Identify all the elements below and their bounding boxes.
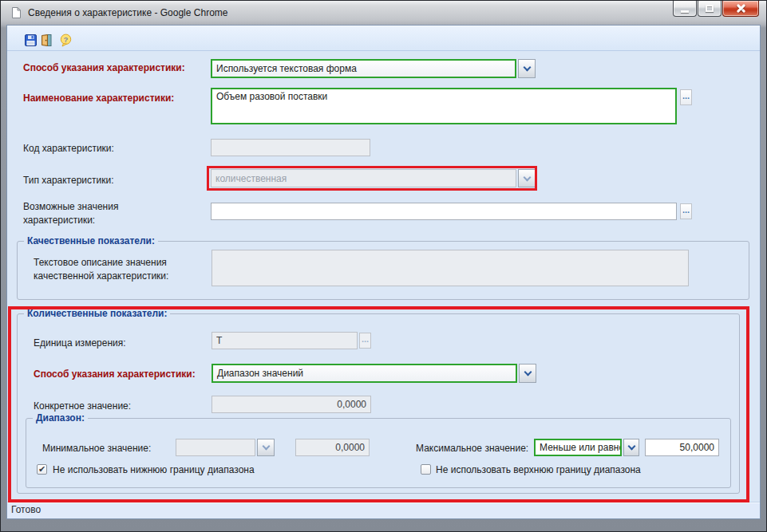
ellipsis-icon: ... <box>362 334 369 344</box>
exit-button[interactable] <box>38 32 54 48</box>
code-input <box>211 139 370 156</box>
quantitative-legend: Количественные показатели: <box>24 308 170 320</box>
help-icon: ? <box>59 33 73 47</box>
dialog-window: Сведения о характеристике - Google Chrom… <box>0 0 767 532</box>
no-lower-bound-checkbox[interactable] <box>37 464 47 475</box>
max-operator-select[interactable]: Меньше или равно <box>534 439 639 456</box>
code-label: Код характеристики: <box>23 142 114 156</box>
spec-method-dropdown-button[interactable] <box>518 59 536 78</box>
chevron-down-icon <box>523 64 531 72</box>
quantitative-spec-method-label: Способ указания характеристики: <box>34 368 196 381</box>
qualitative-fieldset: Качественные показатели: Текстовое описа… <box>17 241 749 300</box>
possible-values-label: Возможные значения характеристики: <box>23 200 143 227</box>
save-button[interactable] <box>22 32 38 48</box>
name-label: Наименование характеристики: <box>23 92 174 105</box>
close-icon <box>736 3 746 14</box>
unit-label: Единица измерения: <box>34 337 126 350</box>
type-dropdown-button <box>518 169 536 187</box>
quantitative-spec-method-text: Диапазон значений <box>217 368 303 379</box>
minimize-button[interactable] <box>673 1 697 17</box>
window-title: Сведения о характеристике - Google Chrom… <box>28 2 227 24</box>
exit-door-icon <box>40 33 53 47</box>
chevron-down-icon <box>262 443 270 451</box>
quantitative-spec-method-value: Диапазон значений <box>212 364 517 383</box>
status-text: Готово <box>11 504 41 515</box>
max-value-label: Максимальное значение: <box>416 442 528 455</box>
maximize-button[interactable] <box>698 1 722 17</box>
type-select: количественная <box>211 169 536 187</box>
dialog-body: ? Способ указания характеристики: Исполь… <box>6 25 761 519</box>
quantitative-spec-method-select[interactable]: Диапазон значений <box>212 364 536 383</box>
type-label: Тип характеристики: <box>23 174 114 187</box>
no-upper-bound-checkbox[interactable] <box>421 464 431 475</box>
no-lower-bound-label: Не использовать нижнюю границу диапазона <box>53 464 255 475</box>
spec-method-select[interactable]: Используется текстовая форма <box>211 59 536 78</box>
type-text: количественная <box>215 173 287 184</box>
max-operator-value: Меньше или равно <box>534 439 622 456</box>
min-operator-dropdown-button <box>257 439 275 456</box>
min-operator-select <box>176 439 275 456</box>
min-operator-value <box>176 439 255 456</box>
concrete-value-input <box>212 396 371 413</box>
quantitative-fieldset: Количественные показатели: Единица измер… <box>17 313 740 494</box>
ellipsis-icon: ... <box>682 91 690 100</box>
titlebar[interactable]: Сведения о характеристике - Google Chrom… <box>1 1 766 25</box>
concrete-value-label: Конкретное значение: <box>34 400 131 413</box>
help-button[interactable]: ? <box>57 32 73 48</box>
close-button[interactable] <box>722 1 759 17</box>
qualitative-legend: Качественные показатели: <box>24 235 158 247</box>
chevron-down-icon <box>627 443 635 451</box>
chevron-down-icon <box>524 368 532 376</box>
page-icon <box>10 6 22 19</box>
max-operator-text: Меньше или равно <box>540 442 622 453</box>
spec-method-text: Используется текстовая форма <box>216 63 357 74</box>
max-operator-dropdown-button[interactable] <box>623 439 639 456</box>
ellipsis-icon: ... <box>682 205 690 215</box>
min-value-label: Минимальное значение: <box>42 442 151 455</box>
possible-values-ellipsis-button[interactable]: ... <box>680 203 692 219</box>
unit-input <box>212 332 358 349</box>
type-value: количественная <box>211 169 516 187</box>
svg-text:?: ? <box>63 34 68 43</box>
no-upper-bound-label: Не использовать верхнюю границу диапазон… <box>436 464 641 475</box>
text-description-label: Текстовое описание значения качественной… <box>34 256 177 283</box>
quantitative-spec-method-dropdown-button[interactable] <box>519 364 536 383</box>
status-bar: Готово <box>7 502 760 518</box>
name-textarea[interactable]: Объем разовой поставки <box>211 88 677 124</box>
save-icon <box>24 33 38 47</box>
toolbar: ? <box>7 26 760 51</box>
text-description-textarea <box>212 250 689 286</box>
name-ellipsis-button[interactable]: ... <box>680 89 692 105</box>
chevron-down-icon <box>523 173 531 181</box>
spec-method-label: Способ указания характеристики: <box>23 61 185 75</box>
min-value-input <box>295 439 370 456</box>
spec-method-value: Используется текстовая форма <box>211 59 516 78</box>
maximize-icon <box>706 5 714 12</box>
range-legend: Диапазон: <box>33 412 88 424</box>
range-fieldset: Диапазон: Минимальное значение: Максимал… <box>26 418 731 488</box>
window-controls <box>673 1 759 17</box>
max-value-input[interactable] <box>645 439 719 456</box>
unit-ellipsis-button: ... <box>359 333 371 349</box>
possible-values-input[interactable] <box>211 203 677 220</box>
minimize-icon <box>681 10 689 13</box>
